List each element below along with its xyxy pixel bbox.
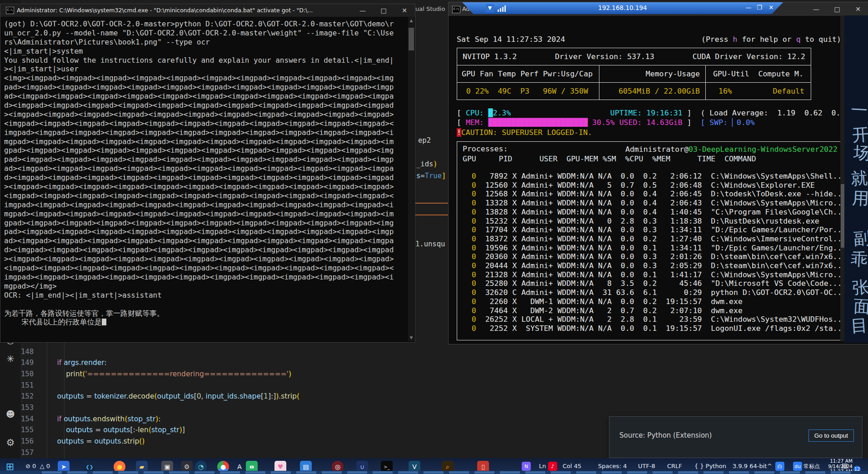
- taskbar-window-button[interactable]: [347, 471, 367, 474]
- cmd-line: rs\Administrator\Pictures\book1.png" --t…: [4, 38, 407, 47]
- app-n-icon[interactable]: N: [522, 462, 531, 471]
- desktop: ual Studio ◔ ✳ ☻ ⚙ 147148149 if args.ren…: [0, 0, 868, 474]
- taskbar-window-button[interactable]: [754, 471, 774, 474]
- calligraphy-char: 一: [850, 99, 868, 122]
- taskbar-window-button[interactable]: [398, 471, 418, 474]
- taskbar-window-button[interactable]: [551, 471, 571, 474]
- cmd-line: ><imgpad><imgpad><imgpad><imgpad><imgpad…: [4, 182, 407, 191]
- settings-gear-icon[interactable]: ⚙: [0, 437, 21, 448]
- maximize-button[interactable]: □: [373, 4, 394, 17]
- status-spaces[interactable]: Spaces: 4: [598, 463, 627, 469]
- taskbar-window-button[interactable]: [678, 471, 698, 474]
- taskbar-window-button[interactable]: [424, 471, 444, 474]
- taskbar-window-button[interactable]: [296, 471, 316, 474]
- close-button[interactable]: ✕: [848, 2, 868, 16]
- taskbar-window-button[interactable]: [42, 471, 62, 474]
- status-interpreter[interactable]: 3.9.9 64-bit: [733, 463, 767, 469]
- taskbar-window-button[interactable]: [144, 471, 164, 474]
- vscode-notification-toast: Source: Python (Extension) Go to output: [609, 416, 863, 458]
- cuda-version: CUDA Driver Version: 12.2: [693, 52, 805, 61]
- rdp-connection-bar[interactable]: ▼ 192.168.10.194 — ❐ ✕: [462, 2, 783, 14]
- minimize-button[interactable]: —: [806, 2, 827, 16]
- taskbar-window-button[interactable]: [576, 471, 596, 474]
- taskbar-window-button[interactable]: [525, 471, 545, 474]
- process-row: 0 17704 X Admini+ WDDM:N/A N/A 0.0 0.3 1…: [463, 225, 842, 234]
- process-row: 0 2260 X DWM-1 WDDM:N/A N/A 0.0 0.2 19:1…: [463, 297, 743, 306]
- terminal-datetime: Sat Sep 14 11:27:53 2024: [457, 35, 565, 44]
- taskbar-window-strip[interactable]: [0, 471, 868, 474]
- status-language[interactable]: { } Python: [694, 463, 726, 469]
- ime-baidu-icon[interactable]: 白: [775, 462, 784, 471]
- nvitop-gpu-table: NVITOP 1.3.2 Driver Version: 537.13 CUDA…: [457, 48, 811, 100]
- restore-button[interactable]: ❐: [754, 3, 765, 12]
- tray-page-icon[interactable]: ▤: [842, 462, 848, 469]
- maximize-button[interactable]: □: [827, 2, 848, 16]
- account-icon[interactable]: ☻: [0, 409, 21, 419]
- taskbar-window-button[interactable]: [780, 471, 800, 474]
- util-header: GPU-Util Compute M.: [705, 65, 811, 82]
- nvitop-terminal[interactable]: Sat Sep 14 11:27:53 2024 NVITOP 1.3.2 Dr…: [449, 16, 844, 343]
- taskbar-window-button[interactable]: [67, 471, 87, 474]
- go-to-output-button[interactable]: Go to output: [808, 429, 854, 442]
- close-button[interactable]: ✕: [394, 4, 415, 17]
- taskbar-window-button[interactable]: [195, 471, 215, 474]
- code-fragment: ep2: [418, 136, 431, 145]
- taskbar-window-button[interactable]: [322, 471, 342, 474]
- taskbar-window-button[interactable]: [169, 471, 189, 474]
- taskbar-window-button[interactable]: [831, 471, 851, 474]
- cmd-line: pad><imgpad><imgpad><imgpad><imgpad><img…: [4, 155, 407, 164]
- calligraphy-char: 目: [850, 314, 868, 338]
- terminal-line: !CAUTION: SUPERUSER LOGGED-IN.: [457, 128, 592, 137]
- taskbar-window-button[interactable]: [245, 471, 265, 474]
- taskbar-window-button[interactable]: [271, 471, 291, 474]
- process-panel: Processes: GPU PID USER GPU-MEM %SM %CPU…: [457, 141, 842, 340]
- cmd-line: imgpad><imgpad><imgpad><imgpad><imgpad><…: [4, 200, 407, 210]
- cmd-titlebar[interactable]: C:\ Administrator: C:\Windows\system32\c…: [0, 4, 415, 17]
- chatgpt-extension-icon[interactable]: ✳: [0, 354, 21, 364]
- scrollbar-thumb[interactable]: [409, 28, 414, 50]
- taskbar-window-button[interactable]: [373, 471, 393, 474]
- taskbar-window-button[interactable]: [627, 471, 647, 474]
- taskbar-window-button[interactable]: [474, 471, 494, 474]
- taskbar-window-button[interactable]: [653, 471, 673, 474]
- taskbar-window-button[interactable]: [729, 471, 749, 474]
- taskbar-window-button[interactable]: [805, 471, 825, 474]
- cmd-window[interactable]: C:\ Administrator: C:\Windows\system32\c…: [0, 4, 415, 343]
- process-row: 0 26252 X LOCAL + WDDM:N/A 2 2.8 0.1 23:…: [463, 315, 842, 324]
- compute-mode: Default: [773, 87, 804, 95]
- minimize-button[interactable]: —: [743, 3, 754, 12]
- status-ln[interactable]: Ln: [539, 463, 546, 469]
- process-row: 0 7464 X DWM-2 WDDM:N/A 2 0.7 0.2 2:07:1…: [463, 306, 743, 315]
- taskbar-window-button[interactable]: [500, 471, 520, 474]
- calligraphy-char: 场: [853, 141, 868, 165]
- status-eol[interactable]: CRLF: [667, 463, 682, 469]
- process-row: 0 25280 X Admini+ WDDM:N/A 8 3.5 0.2 45:…: [463, 279, 842, 288]
- cmd-line: <img><imgpad><imgpad><imgpad><imgpad><im…: [4, 74, 407, 83]
- cmd-line: mgpad></img>: [4, 282, 407, 291]
- taskbar[interactable]: ⊞ ⊘ 0 △ 0 ➤❮❯●▰▣⚙◔●A◖◗♥▤◎∪>_V⌕▯N♪白du LnC…: [0, 458, 868, 474]
- netease-music-icon[interactable]: ♪: [548, 462, 557, 471]
- cmd-output[interactable]: (got) D:\GOT-OCR2.0\GOT-OCR-2.0-master>p…: [4, 17, 407, 340]
- scroll-down-icon[interactable]: ▼: [408, 334, 414, 341]
- taskbar-window-button[interactable]: [449, 471, 469, 474]
- taskbar-window-button[interactable]: [118, 471, 138, 474]
- taskbar-window-button[interactable]: [602, 471, 622, 474]
- status-col[interactable]: Col 45: [563, 463, 581, 469]
- cmd-scrollbar[interactable]: ▲ ▼: [408, 17, 414, 341]
- status-problems[interactable]: ⊘ 0 △ 0: [25, 463, 50, 469]
- code-line: 157: [21, 449, 39, 459]
- cmd-line: ad><imgpad><imgpad><imgpad><imgpad><imgp…: [4, 164, 407, 173]
- tray-expand-icon[interactable]: ^: [767, 463, 772, 469]
- gpu-header: GPU Fan Temp Perf Pwr:Usg/Cap: [457, 65, 599, 82]
- remote-desktop-window[interactable]: C:\ Adm — □ ✕ ▼ 192.168.10.194 — ❐ ✕ Sat…: [448, 2, 868, 344]
- taskbar-window-button[interactable]: [220, 471, 240, 474]
- status-encoding[interactable]: UTF-8: [638, 463, 655, 469]
- cmd-line: [4, 300, 407, 309]
- scroll-up-icon[interactable]: ▲: [408, 17, 414, 24]
- taskbar-window-button[interactable]: [703, 471, 723, 474]
- cmd-line: ><|im_start|>user: [4, 65, 407, 74]
- minimize-button[interactable]: —: [352, 4, 373, 17]
- ime-du-icon[interactable]: du: [793, 462, 802, 471]
- cmd-line: imgpad><imgpad><imgpad><imgpad><imgpad><…: [4, 128, 407, 137]
- taskbar-window-button[interactable]: [93, 471, 113, 474]
